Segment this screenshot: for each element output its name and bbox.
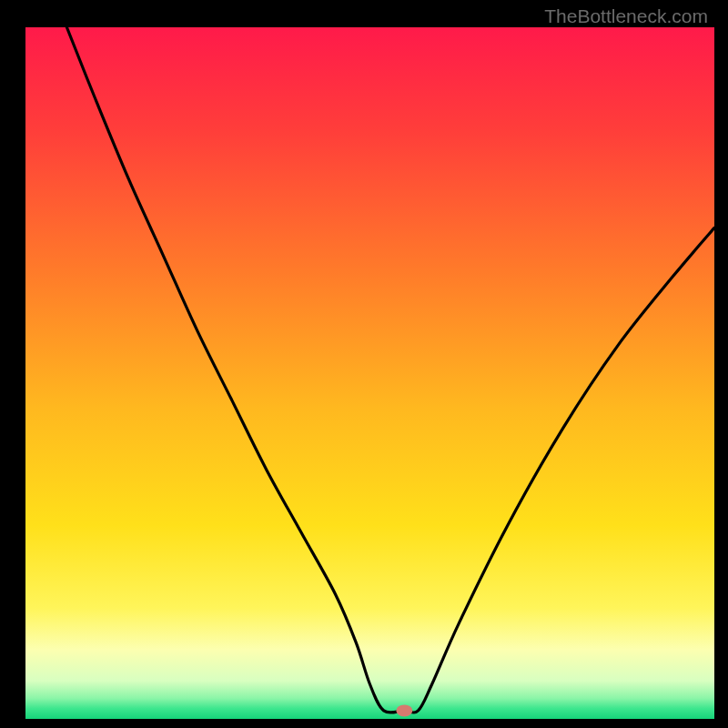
watermark-text: TheBottleneck.com [544,5,708,27]
gradient-background [25,27,714,719]
chart-container: TheBottleneck.com [0,0,728,728]
bottleneck-chart [0,0,728,728]
optimal-point-marker [396,704,412,716]
